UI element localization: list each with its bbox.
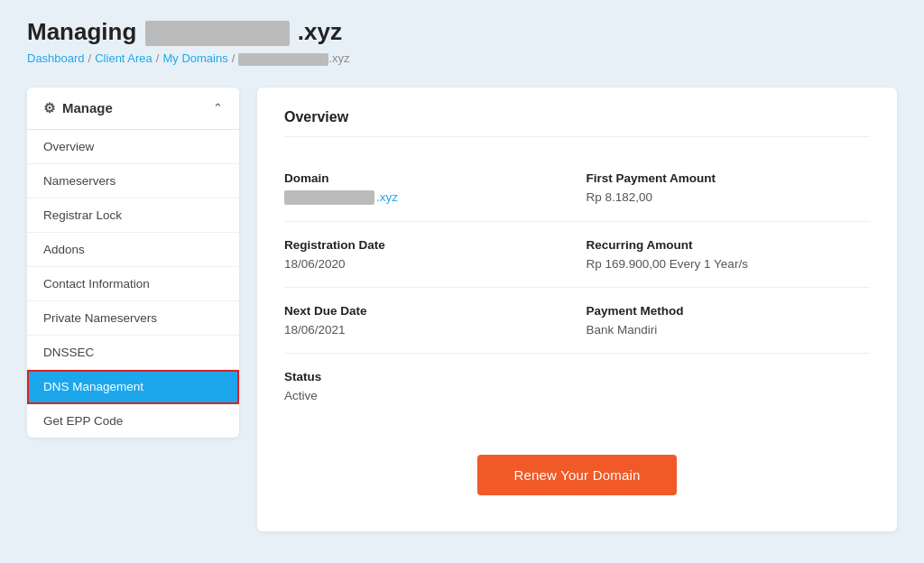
sidebar-item-get-epp-code[interactable]: Get EPP Code (27, 404, 239, 438)
main-content: Overview Domain .xyz First Payment Amoun… (257, 88, 897, 531)
sidebar-item-private-nameservers[interactable]: Private Nameservers (27, 301, 239, 336)
recurring-amount-value: Rp 169.900,00 Every 1 Year/s (587, 257, 862, 271)
sidebar-link-registrar-lock[interactable]: Registrar Lock (27, 198, 239, 232)
sidebar-item-registrar-lock[interactable]: Registrar Lock (27, 198, 239, 233)
sidebar-link-dns-management[interactable]: DNS Management (27, 370, 239, 403)
sidebar-item-dnssec[interactable]: DNSSEC (27, 336, 239, 370)
breadcrumb-my-domains[interactable]: My Domains (162, 51, 227, 65)
next-due-date-label: Next Due Date (284, 304, 568, 318)
gear-icon: ⚙ (43, 100, 55, 116)
sidebar-item-addons[interactable]: Addons (27, 233, 239, 267)
overview-payment-method: Payment Method Bank Mandiri (578, 288, 871, 354)
breadcrumb: Dashboard / Client Area / My Domains / .… (27, 51, 897, 66)
status-label: Status (284, 370, 568, 383)
domain-label: Domain (284, 171, 568, 185)
overview-first-payment: First Payment Amount Rp 8.182,00 (578, 155, 871, 222)
overview-empty (578, 354, 871, 419)
recurring-amount-label: Recurring Amount (587, 238, 862, 252)
sidebar-link-addons[interactable]: Addons (27, 233, 239, 266)
separator-2: / (156, 51, 160, 65)
overview-recurring-amount: Recurring Amount Rp 169.900,00 Every 1 Y… (578, 222, 871, 288)
domain-xyz: .xyz (376, 190, 398, 204)
next-due-date-value: 18/06/2021 (284, 323, 568, 337)
sidebar-item-contact-information[interactable]: Contact Information (27, 267, 239, 301)
payment-method-value: Bank Mandiri (587, 323, 862, 337)
sidebar-link-contact-information[interactable]: Contact Information (27, 267, 239, 300)
separator-3: / (232, 51, 236, 65)
sidebar: ⚙ Manage ⌃ Overview Nameservers Registra… (27, 88, 239, 438)
domain-masked-value (284, 190, 374, 205)
first-payment-label: First Payment Amount (587, 171, 862, 185)
overview-registration-date: Registration Date 18/06/2020 (284, 222, 578, 288)
overview-domain: Domain .xyz (284, 155, 578, 222)
domain-masked-title (145, 21, 290, 46)
domain-value-container: .xyz (284, 190, 568, 205)
sidebar-link-private-nameservers[interactable]: Private Nameservers (27, 301, 239, 335)
sidebar-link-overview[interactable]: Overview (27, 130, 239, 163)
separator-1: / (88, 51, 92, 65)
overview-section-title: Overview (284, 109, 870, 137)
sidebar-nav: Overview Nameservers Registrar Lock Addo… (27, 130, 239, 438)
sidebar-item-overview[interactable]: Overview (27, 130, 239, 164)
renew-domain-button[interactable]: Renew Your Domain (477, 455, 676, 495)
sidebar-link-dnssec[interactable]: DNSSEC (27, 336, 239, 369)
sidebar-item-dns-management[interactable]: DNS Management (27, 370, 239, 404)
overview-next-due-date: Next Due Date 18/06/2021 (284, 288, 578, 354)
sidebar-header: ⚙ Manage ⌃ (27, 88, 239, 130)
breadcrumb-client-area[interactable]: Client Area (95, 51, 152, 65)
status-value: Active (284, 389, 568, 402)
page-title: Managing .xyz (27, 18, 897, 46)
payment-method-label: Payment Method (587, 304, 862, 318)
sidebar-header-label: Manage (62, 100, 113, 115)
registration-date-value: 18/06/2020 (284, 257, 568, 271)
title-suffix: .xyz (298, 18, 342, 45)
first-payment-value: Rp 8.182,00 (587, 190, 862, 204)
title-prefix: Managing (27, 18, 136, 45)
breadcrumb-dashboard[interactable]: Dashboard (27, 51, 85, 65)
content-area: ⚙ Manage ⌃ Overview Nameservers Registra… (27, 88, 897, 531)
domain-masked-breadcrumb (238, 53, 328, 66)
breadcrumb-current: .xyz (238, 51, 349, 66)
renew-btn-container: Renew Your Domain (284, 455, 870, 495)
sidebar-header-left: ⚙ Manage (43, 100, 113, 116)
sidebar-link-get-epp-code[interactable]: Get EPP Code (27, 404, 239, 438)
chevron-up-icon: ⌃ (213, 101, 223, 115)
overview-grid: Domain .xyz First Payment Amount Rp 8.18… (284, 155, 870, 419)
sidebar-link-nameservers[interactable]: Nameservers (27, 164, 239, 198)
sidebar-item-nameservers[interactable]: Nameservers (27, 164, 239, 198)
overview-status: Status Active (284, 354, 578, 419)
registration-date-label: Registration Date (284, 238, 568, 252)
